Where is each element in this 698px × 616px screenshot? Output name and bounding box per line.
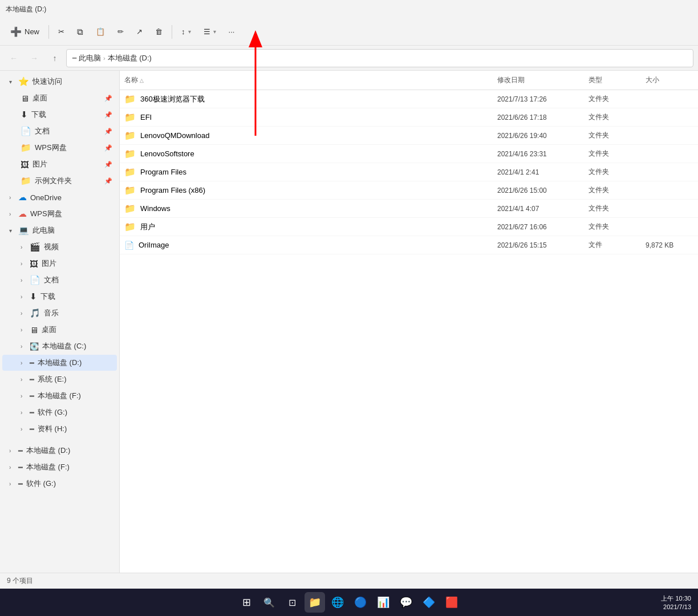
sidebar-item-example-folder[interactable]: 📁 示例文件夹 📌 [2,173,117,189]
sidebar-item-h-drive[interactable]: › ━ 资料 (H:) [2,421,117,437]
col-date-header[interactable]: 修改日期 [493,73,584,87]
breadcrumb[interactable]: ━ 此电脑 › 本地磁盘 (D:) [66,49,693,67]
more-button[interactable]: ··· [223,22,241,42]
sidebar-item-pc-docs[interactable]: › 📄 文档 [2,272,117,288]
wechat-button[interactable]: 💬 [396,592,416,613]
file-name: 用户 [140,222,155,232]
onedrive-icon: ☁ [18,192,27,202]
sidebar-item-onedrive[interactable]: › ☁ OneDrive [2,189,117,205]
cut-button[interactable]: ✂ [52,22,70,42]
sidebar-item-d-drive-2[interactable]: › ━ 本地磁盘 (D:) [2,443,117,459]
app3-button[interactable]: 🟥 [441,592,462,613]
table-row[interactable]: 📁 Program Files (x86) 2021/6/26 15:00 文件… [120,181,698,200]
file-name: Program Files (x86) [140,186,205,194]
toolbar-sep-1 [48,25,49,39]
new-button[interactable]: ➕ New [5,22,45,42]
pc-downloads-label: 下载 [40,291,55,302]
breadcrumb-drive: 本地磁盘 (D:) [108,53,152,63]
file-type: 文件夹 [584,131,641,140]
taskbar: ⊞ 🔍 ⊡ 📁 🌐 🔵 📊 💬 🔷 [0,589,698,616]
sidebar-item-this-pc[interactable]: ▾ 💻 此电脑 [2,222,117,238]
taskbar-center: ⊞ 🔍 ⊡ 📁 🌐 🔵 📊 💬 🔷 [236,592,462,613]
search-button[interactable]: 🔍 [259,592,279,613]
folder-icon: 📁 [124,112,136,123]
file-name-cell: 📁 EFI [120,112,493,123]
sidebar-item-downloads[interactable]: ⬇ 下载 📌 [2,107,117,123]
sidebar-item-documents[interactable]: 📄 文档 📌 [2,123,117,139]
up-button[interactable]: ↑ [46,49,64,67]
delete-button[interactable]: 🗑 [149,22,168,42]
col-type-label: 类型 [589,75,602,85]
chevron-right-icon-12: › [21,393,29,399]
sidebar-item-d-drive[interactable]: › ━ 本地磁盘 (D:) [2,355,117,371]
copy-button[interactable]: ⧉ [71,22,89,42]
file-name-cell: 📁 360极速浏览器下载 [120,94,493,104]
task-view-button[interactable]: ⊡ [282,592,302,613]
sidebar-item-quick-access[interactable]: ▾ ⭐ 快速访问 [2,74,117,90]
sidebar-item-pictures[interactable]: 🖼 图片 📌 [2,156,117,172]
chevron-right-icon-4: › [21,261,29,267]
sidebar-item-pc-desktop[interactable]: › 🖥 桌面 [2,322,117,338]
table-row[interactable]: 📁 Program Files 2021/4/1 2:41 文件夹 [120,163,698,181]
sidebar-item-pc-downloads[interactable]: › ⬇ 下载 [2,289,117,305]
sidebar-item-wps-main[interactable]: › ☁ WPS网盘 [2,206,117,222]
table-row[interactable]: 📁 360极速浏览器下载 2021/7/13 17:26 文件夹 [120,90,698,108]
app1-icon: 📊 [377,596,389,609]
sidebar-item-f-drive-2[interactable]: › ━ 本地磁盘 (F:) [2,459,117,475]
pictures-icon: 🖼 [21,160,29,169]
new-label: New [25,27,39,36]
view-button[interactable]: ☰ ▾ [198,22,222,42]
sidebar-item-g-drive[interactable]: › ━ 软件 (G:) [2,404,117,420]
rename-button[interactable]: ✏ [112,22,129,42]
share-button[interactable]: ↗ [131,22,148,42]
quick-access-label: 快速访问 [33,76,62,87]
file-name: 360极速浏览器下载 [140,94,205,104]
sidebar-item-f-drive[interactable]: › ━ 本地磁盘 (F:) [2,388,117,404]
col-size-header[interactable]: 大小 [641,73,698,87]
file-explorer-button[interactable]: 📁 [305,592,325,613]
col-type-header[interactable]: 类型 [584,73,641,87]
sidebar-item-video[interactable]: › 🎬 视频 [2,239,117,255]
chevron-right-icon-11: › [21,376,29,383]
table-row[interactable]: 📁 EFI 2021/6/26 17:18 文件夹 [120,108,698,127]
sidebar-item-e-drive[interactable]: › ━ 系统 (E:) [2,371,117,387]
app2-button[interactable]: 🔷 [419,592,439,613]
sidebar-item-music[interactable]: › 🎵 音乐 [2,305,117,321]
table-row[interactable]: 📁 LenovoQMDownload 2021/6/26 19:40 文件夹 [120,127,698,145]
d-drive-label-2: 本地磁盘 (D:) [26,445,70,456]
table-row[interactable]: 📄 OriImage 2021/6/26 15:15 文件 9,872 KB [120,236,698,254]
chevron-right-icon-10: › [21,360,29,366]
sidebar-item-g-drive-2[interactable]: › ━ 软件 (G:) [2,476,117,492]
forward-button[interactable]: → [25,49,43,67]
taskbar-clock: 上午 10:30 2021/7/13 [661,594,691,610]
taskbar-right: 上午 10:30 2021/7/13 [661,594,691,610]
chevron-right-icon-7: › [21,310,29,317]
table-row[interactable]: 📁 LenovoSoftstore 2021/4/16 23:31 文件夹 [120,145,698,163]
sidebar-item-desktop[interactable]: 🖥 桌面 📌 [2,90,117,106]
sidebar-item-wps-cloud[interactable]: 📁 WPS网盘 📌 [2,140,117,156]
g-drive-icon-2: ━ [18,480,23,488]
this-pc-label: 此电脑 [33,225,55,236]
windows-start-button[interactable]: ⊞ [236,592,257,613]
sort-button[interactable]: ↕ ▾ [176,22,197,42]
folder-icon: 📁 [124,185,136,196]
more-icon: ··· [229,27,235,36]
pin-icon-4: 📌 [104,144,112,152]
file-name-cell: 📄 OriImage [120,241,493,250]
back-button[interactable]: ← [5,49,23,67]
folder-icon: 📁 [124,148,136,159]
paste-button[interactable]: 📋 [90,22,111,42]
browser-button[interactable]: 🌐 [327,592,348,613]
table-row[interactable]: 📁 用户 2021/6/27 16:06 文件夹 [120,218,698,236]
video-label: 视频 [44,242,59,252]
sidebar-item-c-drive[interactable]: › 💽 本地磁盘 (C:) [2,338,117,354]
chrome-button[interactable]: 🔵 [350,592,371,613]
sort-asc-icon: △ [140,78,144,83]
sidebar-item-pc-pictures[interactable]: › 🖼 图片 [2,256,117,271]
app1-button[interactable]: 📊 [373,592,393,613]
table-row[interactable]: 📁 Windows 2021/4/1 4:07 文件夹 [120,200,698,218]
breadcrumb-pc: 此电脑 [79,53,101,63]
onedrive-label: OneDrive [30,193,62,202]
c-drive-icon: 💽 [30,342,39,351]
col-name-header[interactable]: 名称 △ [120,73,493,87]
